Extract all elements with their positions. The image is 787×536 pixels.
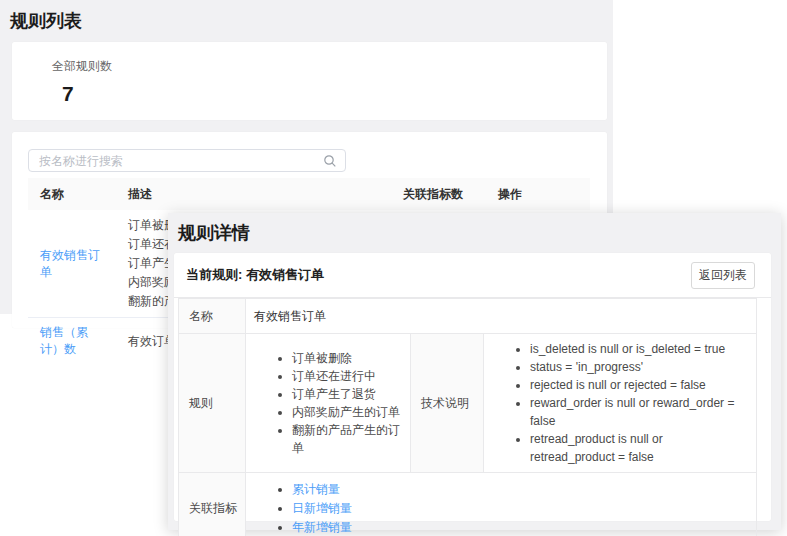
stat-card-label: 全部规则数	[52, 58, 607, 75]
detail-rule-label: 规则	[179, 334, 246, 473]
detail-rule-items: 订单被删除 订单还在进行中 订单产生了退货 内部奖励产生的订单 翻新的产品产生的…	[246, 334, 411, 473]
detail-metrics-label: 关联指标	[179, 473, 246, 536]
back-to-list-button[interactable]: 返回列表	[691, 262, 755, 289]
detail-page-title: 规则详情	[178, 222, 771, 244]
search-icon[interactable]	[323, 154, 337, 168]
detail-row-name: 名称 有效销售订单	[179, 299, 757, 334]
detail-card: 当前规则: 有效销售订单 返回列表 名称 有效销售订单 规则 订单被删除 订单还…	[174, 253, 771, 521]
column-header-actions: 操作	[486, 178, 590, 210]
detail-name-value: 有效销售订单	[246, 299, 757, 334]
stat-card-value: 7	[62, 82, 607, 106]
column-header-description: 描述	[116, 178, 391, 210]
column-header-metric-count: 关联指标数	[391, 178, 486, 210]
page-title: 规则列表	[10, 10, 607, 32]
table-header-row: 名称 描述 关联指标数 操作	[28, 178, 590, 210]
rule-link-cumulative-sales[interactable]: 销售（累计）数	[40, 325, 88, 356]
detail-tech-items: is_deleted is null or is_deleted = true …	[484, 334, 757, 473]
metric-link-daily-new-sales[interactable]: 日新增销量	[292, 501, 352, 515]
detail-card-body: 名称 有效销售订单 规则 订单被删除 订单还在进行中 订单产生了退货 内部奖励产…	[174, 298, 771, 536]
column-header-name: 名称	[28, 178, 116, 210]
metric-link-yearly-new-sales[interactable]: 年新增销量	[292, 520, 352, 534]
detail-card-header: 当前规则: 有效销售订单 返回列表	[174, 253, 771, 298]
metric-link-cumulative-sales[interactable]: 累计销量	[292, 482, 340, 496]
rule-link-valid-sales-order[interactable]: 有效销售订单	[40, 248, 100, 279]
rule-detail-panel: 规则详情 当前规则: 有效销售订单 返回列表 名称 有效销售订单 规则 订单被删…	[168, 213, 781, 530]
search-box	[28, 149, 346, 172]
rule-detail-table: 名称 有效销售订单 规则 订单被删除 订单还在进行中 订单产生了退货 内部奖励产…	[178, 298, 757, 536]
detail-tech-label: 技术说明	[411, 334, 484, 473]
detail-row-metrics: 关联指标 累计销量 日新增销量 年新增销量	[179, 473, 757, 536]
search-input[interactable]	[29, 150, 345, 171]
detail-name-label: 名称	[179, 299, 246, 334]
stat-card: 全部规则数 7	[12, 42, 607, 120]
detail-row-rule: 规则 订单被删除 订单还在进行中 订单产生了退货 内部奖励产生的订单 翻新的产品…	[179, 334, 757, 473]
current-rule-label: 当前规则: 有效销售订单	[186, 266, 324, 284]
detail-metrics-links: 累计销量 日新增销量 年新增销量	[246, 473, 757, 536]
